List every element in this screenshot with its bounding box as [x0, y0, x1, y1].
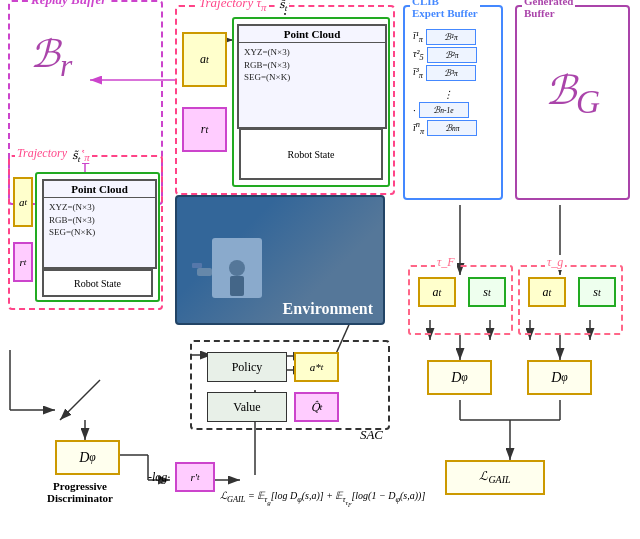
value-box: Value: [207, 392, 287, 422]
generated-buffer-label: Generated Buffer: [522, 0, 575, 19]
br-symbol: ℬr: [30, 32, 72, 84]
tau-f-box: τ_F at st: [408, 265, 513, 335]
trajectory-bottom-box: Trajectory τ*π s̃t Point Cloud XYZ=(N×3)…: [8, 155, 163, 310]
st-tau-f: st: [468, 277, 506, 307]
clib-expert-buffer: CLIB Expert Buffer ī¹π ℬ¹π τ²5 ℬ²π ī³π ℬ…: [403, 5, 503, 200]
clib-item-5: īnπ ℬnπ: [413, 120, 477, 136]
discriminator-sublabel: Discriminator: [25, 492, 135, 504]
bg-symbol: ℬG: [517, 7, 628, 121]
environment-label: Environment: [273, 295, 383, 323]
state-box-top: Point Cloud XYZ=(N×3) RGB=(N×3) SEG=(N×K…: [232, 17, 390, 187]
point-cloud-left-text: XYZ=(N×3) RGB=(N×3) SEG=(N×K): [44, 198, 155, 242]
svg-rect-39: [230, 276, 244, 296]
point-cloud-left: Point Cloud XYZ=(N×3) RGB=(N×3) SEG=(N×K…: [42, 179, 157, 269]
at-box-left: at: [13, 177, 33, 227]
st-tilde-left-label: s̃t: [70, 149, 82, 164]
log-label: -log·: [148, 470, 170, 485]
trajectory-top-label: Trajectory τπ: [197, 0, 269, 13]
main-diagram: Replay Buffer ℬr Trajectory τ*π s̃t Poin…: [0, 0, 640, 539]
gail-formula: ℒGAIL = 𝔼τg[log Dφ(s,a)] + 𝔼ττF[log(1 − …: [220, 490, 635, 508]
st-tau-g: st: [578, 277, 616, 307]
st-tilde-top-label: s̃t: [277, 0, 289, 13]
rt-box-top: rt: [182, 107, 227, 152]
value-label: Value: [233, 400, 260, 415]
point-cloud-left-title: Point Cloud: [44, 181, 155, 198]
clib-title: CLIB Expert Buffer: [410, 0, 480, 19]
point-cloud-top-text: XYZ=(N×3) RGB=(N×3) SEG=(N×K): [239, 43, 385, 87]
environment-box: Environment: [175, 195, 385, 325]
svg-point-38: [229, 260, 245, 276]
discriminator-label: Progressive Discriminator: [25, 480, 135, 504]
svg-rect-37: [192, 263, 202, 268]
policy-box: Policy: [207, 352, 287, 382]
qt-hat-box: Q̂t: [294, 392, 339, 422]
rt-prime-box: r't: [175, 462, 215, 492]
at-star-box: a*t: [294, 352, 339, 382]
clib-item-2: τ²5 ℬ²π: [413, 47, 477, 63]
at-box-top: at: [182, 32, 227, 87]
generated-buffer: Generated Buffer ℬG: [515, 5, 630, 200]
tau-f-label: τ_F: [435, 255, 457, 270]
progressive-label: Progressive: [25, 480, 135, 492]
at-tau-g: at: [528, 277, 566, 307]
point-cloud-top-title: Point Cloud: [239, 26, 385, 43]
clib-item-3: ī³π ℬ³π: [413, 65, 477, 81]
sac-label: SAC: [360, 427, 383, 443]
dphi-tau-f-box: Dφ: [427, 360, 492, 395]
state-box-left: Point Cloud XYZ=(N×3) RGB=(N×3) SEG=(N×K…: [35, 172, 160, 302]
dphi-tau-g-box: Dφ: [527, 360, 592, 395]
replay-buffer-label: Replay Buffer: [28, 0, 109, 8]
rt-box-left: rt: [13, 242, 33, 282]
clib-item-4: · ℬn-1e: [413, 102, 477, 118]
tau-g-label: τ_g: [545, 255, 565, 270]
svg-rect-36: [197, 268, 212, 276]
robot-state-left: Robot State: [42, 269, 153, 297]
policy-label: Policy: [232, 360, 263, 375]
sac-box: SAC Policy a*t Value Q̂t: [190, 340, 390, 430]
environment-image: [182, 218, 282, 318]
svg-line-33: [60, 380, 100, 420]
clib-dots: ⋮: [443, 89, 477, 100]
robot-state-top: Robot State: [239, 128, 383, 180]
lgail-label: ℒGAIL: [479, 469, 510, 485]
dphi-left-box: Dφ: [55, 440, 120, 475]
tau-g-box: τ_g at st: [518, 265, 623, 335]
point-cloud-top: Point Cloud XYZ=(N×3) RGB=(N×3) SEG=(N×K…: [237, 24, 387, 129]
clib-item-1: ī¹π ℬ¹π: [413, 29, 477, 45]
trajectory-top-box: Trajectory τπ s̃t at rt Point Cloud XYZ=…: [175, 5, 395, 195]
at-tau-f: at: [418, 277, 456, 307]
clib-items-container: ī¹π ℬ¹π τ²5 ℬ²π ī³π ℬ³π ⋮ · ℬn-1e īnπ ℬn…: [413, 27, 477, 138]
